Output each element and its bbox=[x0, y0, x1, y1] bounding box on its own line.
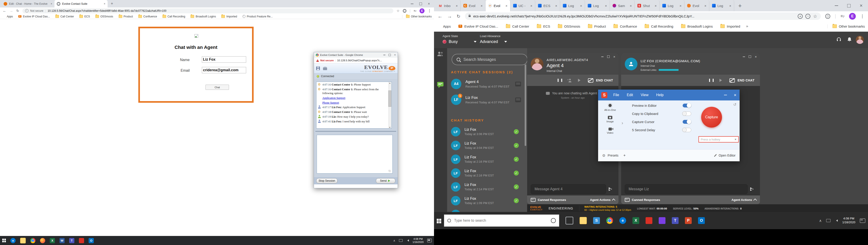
excel-icon[interactable] bbox=[50, 238, 55, 243]
refresh-icon[interactable]: ↻ bbox=[16, 9, 19, 13]
forward-icon[interactable]: → bbox=[9, 9, 13, 13]
action-center-icon[interactable] bbox=[860, 218, 865, 223]
hotkey-clear-icon[interactable]: × bbox=[735, 137, 737, 141]
send-icon[interactable] bbox=[609, 187, 615, 191]
volume-icon[interactable] bbox=[835, 219, 838, 222]
translate-globe-icon[interactable] bbox=[825, 14, 830, 19]
tab-close-icon[interactable]: × bbox=[480, 4, 483, 8]
zoom-in-icon[interactable]: + bbox=[798, 14, 803, 19]
menu-item[interactable]: File bbox=[613, 93, 619, 97]
network-icon[interactable] bbox=[399, 239, 403, 242]
toggle-switch[interactable] bbox=[682, 128, 691, 132]
bell-icon[interactable] bbox=[847, 37, 852, 42]
playlist-extension-icon[interactable]: ≡♪ bbox=[414, 9, 416, 12]
close-icon[interactable]: × bbox=[428, 3, 430, 5]
agent-actions-button[interactable]: Agent Actions bbox=[590, 198, 615, 202]
maximize-icon[interactable] bbox=[749, 55, 751, 58]
outlook-icon[interactable] bbox=[698, 217, 705, 224]
menu-dots-icon[interactable]: ⋮ bbox=[428, 9, 431, 13]
tray-expand-icon[interactable]: ∧ bbox=[393, 239, 396, 242]
minimize-icon[interactable] bbox=[724, 95, 727, 95]
tab-close-icon[interactable]: × bbox=[530, 4, 532, 8]
resize-handle[interactable] bbox=[389, 170, 391, 172]
gear-icon[interactable]: ⚙ bbox=[602, 153, 605, 158]
samepage-icon[interactable] bbox=[659, 217, 665, 224]
toggle-switch[interactable] bbox=[683, 103, 691, 108]
liz-message-input[interactable] bbox=[625, 184, 747, 194]
tab-close-icon[interactable]: × bbox=[605, 4, 607, 8]
file-explorer-icon[interactable] bbox=[20, 238, 26, 243]
popup-url-row[interactable]: Not secure | 10.128.5.56/Chat/ChatPopup.… bbox=[314, 58, 398, 63]
playlist-extension-icon[interactable]: ≡♪ bbox=[840, 14, 844, 19]
file-explorer-icon[interactable] bbox=[580, 217, 587, 224]
toggle-switch[interactable] bbox=[682, 112, 691, 116]
browser-tab[interactable]: Evol × bbox=[461, 0, 486, 11]
minimize-icon[interactable] bbox=[835, 5, 838, 6]
profile-avatar[interactable]: E bbox=[849, 13, 856, 20]
history-item[interactable]: LF Liz Fox Today at 2:14 PM EST ✓ bbox=[451, 182, 519, 192]
tab-close-icon[interactable]: × bbox=[729, 4, 731, 8]
undo-icon[interactable]: ↺ bbox=[733, 102, 737, 107]
capture-mode[interactable]: All-in-One bbox=[602, 103, 618, 111]
bookmark-item[interactable]: OSSmosis bbox=[558, 24, 580, 28]
network-icon[interactable] bbox=[826, 219, 831, 222]
teams-icon[interactable] bbox=[672, 217, 679, 224]
history-item[interactable]: LF Liz Fox Today at 1:09 PM EST ✓ bbox=[451, 196, 519, 206]
maximize-icon[interactable] bbox=[419, 2, 422, 5]
tray-expand-icon[interactable]: ∧ bbox=[819, 218, 822, 223]
minimize-icon[interactable] bbox=[743, 57, 745, 57]
tab-close-icon[interactable]: × bbox=[51, 2, 52, 5]
active-session-item[interactable]: A4 Agent 4 Received Today at 4:07 PM EST bbox=[451, 79, 521, 89]
maximize-icon[interactable] bbox=[847, 4, 850, 7]
maximize-icon[interactable] bbox=[607, 55, 610, 58]
back-icon[interactable]: ← bbox=[3, 9, 6, 13]
agent-state-dropdown[interactable]: Busy bbox=[442, 39, 476, 44]
browser-tab[interactable]: Evolve Contact Suite × bbox=[55, 0, 107, 7]
load-allowance-dropdown[interactable]: Advanced bbox=[480, 39, 507, 44]
save-icon[interactable] bbox=[316, 66, 320, 70]
tab-close-icon[interactable]: × bbox=[630, 4, 632, 8]
browser-tab[interactable]: Inbo × bbox=[436, 0, 461, 11]
agent4-message-input[interactable] bbox=[531, 184, 606, 194]
browser-tab[interactable]: Evol × bbox=[684, 0, 709, 11]
pause-icon[interactable] bbox=[709, 79, 714, 82]
scroll-up-icon[interactable]: ▲ bbox=[389, 82, 391, 84]
menu-dots-icon[interactable]: ⋮ bbox=[860, 14, 864, 19]
user-avatar[interactable] bbox=[856, 36, 864, 44]
start-button[interactable] bbox=[437, 219, 440, 222]
other-bookmarks[interactable]: Other bookmarks bbox=[827, 24, 865, 28]
history-item[interactable]: LF Liz Fox Today at 2:16 PM EST ✓ bbox=[451, 154, 519, 164]
history-item[interactable]: LF Liz Fox ✓ bbox=[451, 210, 519, 212]
transfer-icon[interactable] bbox=[578, 79, 582, 82]
tab-close-icon[interactable]: × bbox=[680, 4, 682, 8]
presets-button[interactable]: Presets bbox=[608, 154, 618, 157]
zoom-out-icon[interactable]: − bbox=[805, 14, 810, 19]
task-view-icon[interactable] bbox=[565, 217, 573, 224]
capture-button[interactable]: Capture bbox=[701, 107, 722, 128]
taskbar-search-input[interactable] bbox=[454, 218, 548, 223]
bookmark-star-icon[interactable]: ☆ bbox=[397, 9, 399, 13]
minimize-icon[interactable] bbox=[411, 4, 413, 4]
new-tab-button[interactable]: + bbox=[738, 2, 742, 9]
bookmark-item[interactable]: Product bbox=[119, 15, 133, 18]
scroll-thumb[interactable] bbox=[388, 91, 391, 107]
minimize-icon[interactable] bbox=[383, 55, 385, 55]
clock[interactable]: 4:08 PM 1/16/2020 bbox=[842, 217, 855, 224]
canned-responses-button[interactable]: Canned Responses bbox=[538, 198, 566, 202]
send-button[interactable]: Send bbox=[376, 178, 395, 183]
add-participant-icon[interactable]: + bbox=[568, 79, 572, 82]
bookmark-item[interactable]: Product bbox=[588, 24, 606, 28]
bookmark-item[interactable]: Broadsoft Logins bbox=[681, 24, 713, 28]
search-input[interactable] bbox=[463, 57, 514, 62]
refresh-icon[interactable]: ↻ bbox=[457, 13, 460, 19]
toggle-switch[interactable] bbox=[683, 120, 691, 124]
email-field[interactable] bbox=[202, 67, 246, 73]
firefox-icon[interactable] bbox=[40, 238, 45, 243]
chrome-icon[interactable] bbox=[30, 238, 35, 243]
chat-log-scrollbar[interactable]: ▲ ▼ bbox=[388, 82, 392, 128]
close-icon[interactable]: × bbox=[734, 94, 737, 96]
cortana-icon[interactable] bbox=[551, 218, 556, 223]
bookmark-item[interactable]: Broadsoft Logins bbox=[191, 15, 216, 18]
extension-globe-icon[interactable] bbox=[403, 9, 406, 13]
close-icon[interactable]: × bbox=[860, 4, 863, 7]
